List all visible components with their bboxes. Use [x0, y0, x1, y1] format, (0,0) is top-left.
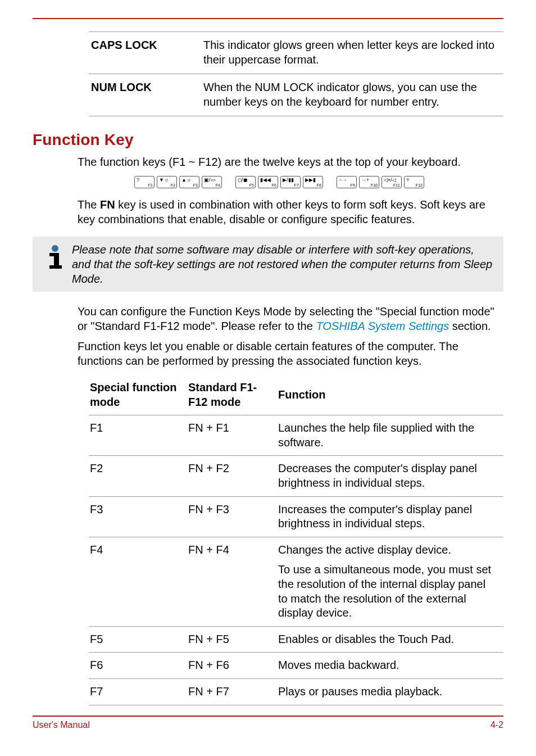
para-intro: The function keys (F1 ~ F12) are the twe…	[78, 155, 503, 169]
fk-col-function: Launches the help file supplied with the…	[277, 415, 503, 456]
lock-term: CAPS LOCK	[89, 32, 201, 74]
table-row: F1FN + F1Launches the help file supplied…	[89, 415, 503, 456]
fn-key-f12: ᯤF12	[404, 176, 424, 188]
lock-row: NUM LOCKWhen the NUM LOCK indicator glow…	[89, 74, 503, 116]
fk-col-standard: FN + F6	[187, 653, 277, 679]
fk-header-special: Special function mode	[89, 376, 187, 415]
table-row: F5FN + F5Enables or disables the Touch P…	[89, 626, 503, 653]
svg-point-0	[52, 245, 58, 252]
fn-key-f11: ◁×/◁F11	[381, 176, 402, 188]
fk-col-special: F5	[89, 626, 187, 653]
fn-key-f1: ?F1	[134, 176, 155, 188]
fk-col-special: F4	[89, 537, 187, 626]
fk-function-text: Plays or pauses media playback.	[278, 685, 498, 699]
fk-col-function: Increases the computer's display panel b…	[277, 496, 503, 537]
lock-row: CAPS LOCKThis indicator glows green when…	[89, 32, 503, 74]
fk-header-function: Function	[277, 376, 503, 415]
fk-function-text: Increases the computer's display panel b…	[278, 503, 498, 531]
bottom-rule	[33, 716, 503, 717]
fk-col-function: Decreases the computer's display panel b…	[277, 456, 503, 496]
fk-col-function: Plays or pauses media playback.	[277, 678, 503, 705]
footer-left: User's Manual	[33, 720, 90, 730]
section-heading: Function Key	[33, 131, 503, 149]
fk-col-special: F6	[89, 653, 187, 679]
fk-function-text: Changes the active display device.	[278, 543, 498, 558]
function-key-table: Special function mode Standard F1-F12 mo…	[89, 376, 503, 705]
lock-desc: This indicator glows green when letter k…	[201, 32, 503, 74]
fk-function-text: Moves media backward.	[278, 658, 498, 673]
table-row: F4FN + F4Changes the active display devi…	[89, 537, 503, 626]
note-text: Please note that some software may disab…	[72, 242, 494, 286]
fk-function-text: Launches the help file supplied with the…	[278, 421, 498, 450]
fk-col-standard: FN + F3	[187, 496, 277, 537]
svg-rect-3	[49, 265, 62, 269]
info-icon	[44, 245, 66, 269]
function-key-row-illustration: ?F1▼☼F2▲☼F3▣/▭F4 ◻/◼F5▮◀◀F6▶/▮▮F7▶▶▮F8 −…	[33, 176, 503, 188]
para2-pre: The	[78, 198, 100, 211]
toshiba-system-settings-link[interactable]: TOSHIBA System Settings	[316, 320, 449, 332]
fk-col-function: Moves media backward.	[277, 653, 503, 679]
top-rule	[33, 18, 503, 19]
fk-function-text: Decreases the computer's display panel b…	[278, 461, 498, 490]
fn-key-f2: ▼☼F2	[157, 176, 177, 188]
fk-col-function: Changes the active display device.To use…	[277, 537, 503, 626]
lock-desc: When the NUM LOCK indicator glows, you c…	[201, 74, 503, 116]
footer-right: 4-2	[490, 720, 503, 730]
fn-key-f3: ▲☼F3	[179, 176, 199, 188]
svg-rect-2	[54, 253, 59, 266]
note-box: Please note that some software may disab…	[33, 237, 503, 292]
fk-col-standard: FN + F4	[187, 537, 277, 626]
lock-definitions-table: CAPS LOCKThis indicator glows green when…	[89, 31, 503, 116]
fn-key-f5: ◻/◼F5	[235, 176, 256, 188]
fk-function-text: To use a simultaneous mode, you must set…	[278, 563, 498, 620]
para3-post: section.	[449, 320, 490, 332]
fk-col-special: F1	[89, 415, 187, 456]
fn-key-f8: ▶▶▮F8	[303, 176, 323, 188]
fk-function-text: Enables or disables the Touch Pad.	[278, 632, 498, 647]
fn-key-f4: ▣/▭F4	[202, 176, 222, 188]
fk-col-standard: FN + F2	[187, 456, 277, 496]
fn-key-f7: ▶/▮▮F7	[280, 176, 301, 188]
para-fn-desc: The FN key is used in combination with o…	[78, 197, 503, 227]
page-footer: User's Manual 4-2	[33, 720, 503, 730]
fk-col-standard: FN + F7	[187, 678, 277, 705]
fn-key-f9: −→F9	[337, 176, 357, 188]
table-row: F7FN + F7Plays or pauses media playback.	[89, 678, 503, 705]
para-features: Function keys let you enable or disable …	[78, 339, 503, 368]
fk-col-function: Enables or disables the Touch Pad.	[277, 626, 503, 653]
fk-col-standard: FN + F5	[187, 626, 277, 653]
fk-col-special: F3	[89, 496, 187, 537]
table-row: F2FN + F2Decreases the computer's displa…	[89, 456, 503, 496]
para2-bold: FN	[100, 198, 115, 211]
para-config: You can configure the Function Keys Mode…	[78, 304, 503, 333]
fk-col-special: F2	[89, 456, 187, 496]
fk-col-standard: FN + F1	[187, 415, 277, 456]
lock-term: NUM LOCK	[89, 74, 201, 116]
fk-col-special: F7	[89, 678, 187, 705]
fn-key-f10: →+F10	[359, 176, 379, 188]
fn-key-f6: ▮◀◀F6	[258, 176, 278, 188]
table-row: F6FN + F6Moves media backward.	[89, 653, 503, 679]
fk-header-standard: Standard F1-F12 mode	[187, 376, 277, 415]
table-row: F3FN + F3Increases the computer's displa…	[89, 496, 503, 537]
para2-post: key is used in combination with other ke…	[78, 198, 485, 225]
